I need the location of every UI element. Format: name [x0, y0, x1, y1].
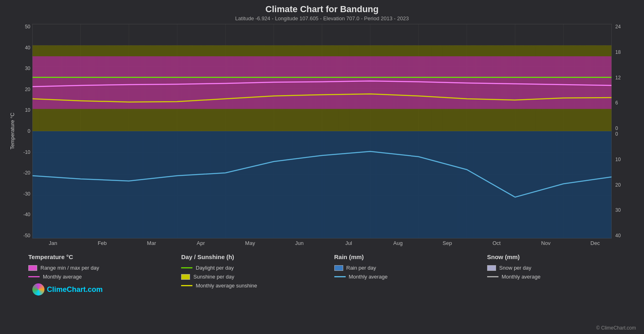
temp-range-swatch — [28, 265, 37, 271]
temp-avg-line — [28, 276, 40, 277]
y-tick-10: 10 — [25, 107, 30, 113]
y-tick-right-0-top: 0 — [615, 126, 618, 131]
snow-avg-line — [487, 276, 498, 277]
sunshine-swatch — [181, 274, 190, 280]
watermark: © ClimeChart.com — [596, 325, 636, 331]
logo-text-bottom: ClimeChart.com — [47, 285, 103, 294]
legend-temp-title: Temperature °C — [28, 253, 173, 260]
y-tick-50: 50 — [25, 24, 30, 30]
chart-subtitle: Latitude -6.924 - Longitude 107.605 - El… — [0, 15, 644, 21]
rain-swatch — [334, 265, 343, 271]
y-tick-n40: -40 — [23, 212, 30, 217]
legend-sunshine-per-day-label: Sunshine per day — [193, 274, 234, 280]
legend-rain: Rain (mm) Rain per day Monthly average — [330, 253, 483, 289]
y-tick-n10: -10 — [23, 149, 30, 155]
y-tick-n30: -30 — [23, 191, 30, 197]
legend-temp-avg: Monthly average — [28, 274, 173, 280]
legend-snow-avg: Monthly average — [487, 274, 632, 280]
svg-rect-32 — [32, 56, 612, 109]
legend-snow: Snow (mm) Snow per day Monthly average — [483, 253, 636, 289]
legend-temp-range-label: Range min / max per day — [40, 265, 99, 271]
sunshine-avg-line — [181, 285, 192, 286]
y-tick-30: 30 — [25, 66, 30, 71]
logo-icon-bottom — [32, 283, 44, 296]
month-mar: Mar — [127, 240, 176, 246]
rain-avg-line — [334, 276, 346, 277]
legend-rain-avg-label: Monthly average — [349, 274, 388, 280]
month-oct: Oct — [472, 240, 521, 246]
y-tick-n50: -50 — [23, 233, 30, 238]
legend-sunshine: Day / Sunshine (h) Daylight per day Suns… — [177, 253, 330, 289]
legend-snow-title: Snow (mm) — [487, 253, 632, 260]
legend-sunshine-avg: Monthly average sunshine — [181, 283, 326, 289]
y-tick-right-12: 12 — [615, 75, 621, 81]
legend-rain-title: Rain (mm) — [334, 253, 479, 260]
legend-rain-swatch: Rain per day — [334, 265, 479, 271]
y-tick-right-18: 18 — [615, 49, 621, 55]
month-nov: Nov — [521, 240, 570, 246]
y-tick-right-24: 24 — [615, 24, 621, 30]
legend-snow-swatch: Snow per day — [487, 265, 632, 271]
y-axis-left-label: Temperature °C — [9, 113, 15, 149]
y-tick-right-6: 6 — [615, 100, 618, 106]
y-tick-right-10: 10 — [615, 157, 621, 162]
snow-swatch — [487, 265, 496, 271]
x-axis: Jan Feb Mar Apr May Jun Jul Aug Sep Oct … — [28, 240, 620, 246]
month-aug: Aug — [373, 240, 422, 246]
legend-sunshine-avg-label: Monthly average sunshine — [196, 283, 257, 289]
chart-container: Climate Chart for Bandung Latitude -6.92… — [0, 0, 644, 334]
legend-sunshine-swatch: Sunshine per day — [181, 274, 326, 280]
month-jul: Jul — [324, 240, 374, 246]
legend-rain-avg: Monthly average — [334, 274, 479, 280]
legend-area: Temperature °C Range min / max per day M… — [24, 253, 636, 289]
legend-daylight: Daylight per day — [181, 265, 326, 271]
legend-daylight-label: Daylight per day — [196, 265, 234, 271]
y-tick-right-0-bottom: 0 — [615, 131, 618, 137]
legend-temp-avg-label: Monthly average — [43, 274, 82, 280]
svg-rect-25 — [32, 131, 612, 238]
y-tick-0: 0 — [27, 128, 30, 134]
y-tick-40: 40 — [25, 45, 30, 51]
chart-title: Climate Chart for Bandung — [0, 4, 644, 15]
legend-temp-range: Range min / max per day — [28, 265, 173, 271]
main-chart-svg — [32, 24, 612, 238]
y-tick-20: 20 — [25, 87, 30, 92]
month-jan: Jan — [28, 240, 78, 246]
month-sep: Sep — [422, 240, 472, 246]
month-jun: Jun — [275, 240, 324, 246]
month-dec: Dec — [570, 240, 620, 246]
legend-sunshine-title: Day / Sunshine (h) — [181, 253, 326, 260]
daylight-line — [181, 267, 192, 268]
month-feb: Feb — [78, 240, 127, 246]
y-tick-n20: -20 — [23, 170, 30, 176]
month-apr: Apr — [176, 240, 226, 246]
month-may: May — [226, 240, 275, 246]
y-tick-right-30: 30 — [615, 207, 621, 213]
legend-snow-per-day-label: Snow per day — [499, 265, 532, 271]
y-tick-right-40: 40 — [615, 233, 621, 238]
logo-bottom-left: ClimeChart.com — [32, 283, 103, 296]
legend-snow-avg-label: Monthly average — [502, 274, 541, 280]
legend-rain-per-day-label: Rain per day — [346, 265, 376, 271]
y-tick-right-20: 20 — [615, 182, 621, 188]
